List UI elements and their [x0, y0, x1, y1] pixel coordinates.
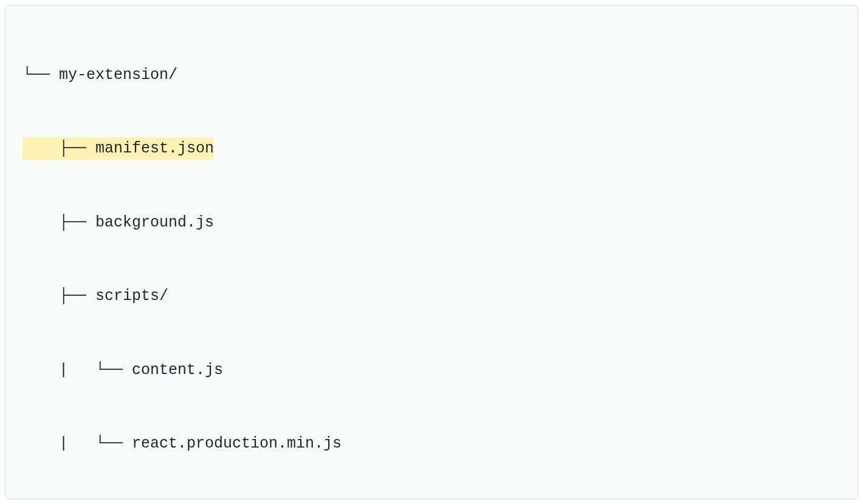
- tree-line: ├── background.js: [22, 206, 858, 239]
- tree-line: | └── react.production.min.js: [22, 427, 858, 460]
- tree-line: ├── manifest.json: [22, 132, 858, 165]
- tree-branch-glyph: ├──: [22, 287, 95, 305]
- tree-branch-glyph: ├──: [22, 214, 95, 231]
- tree-node-label: content.js: [132, 361, 223, 379]
- tree-node-label: background.js: [95, 214, 214, 231]
- tree-node-label: manifest.json: [95, 137, 214, 160]
- tree-node-label: my-extension/: [59, 66, 177, 84]
- tree-node-label: scripts/: [95, 287, 168, 305]
- tree-branch-glyph: ├──: [22, 137, 95, 160]
- tree-branch-glyph: └──: [22, 66, 59, 84]
- file-tree-code-block: └── my-extension/ ├── manifest.json ├── …: [5, 5, 858, 499]
- tree-line: ├── scripts/: [22, 280, 858, 313]
- tree-line: | └── content.js: [22, 354, 858, 387]
- tree-line: └── my-extension/: [22, 59, 858, 92]
- tree-branch-glyph: | └──: [22, 361, 132, 379]
- tree-node-label: react.production.min.js: [132, 435, 342, 452]
- tree-branch-glyph: | └──: [22, 435, 132, 452]
